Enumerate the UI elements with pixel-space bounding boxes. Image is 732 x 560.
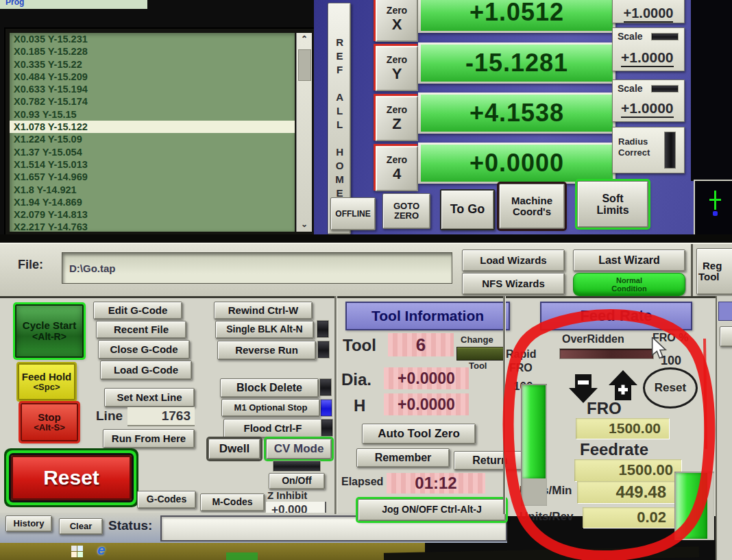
windows-start-icon[interactable]	[71, 546, 83, 557]
partial-window-title: Prog	[5, 0, 24, 7]
edit-gcode-button[interactable]: Edit G-Code	[93, 302, 182, 319]
elapsed-value: 01:12	[415, 474, 456, 493]
toolpath-window[interactable]	[694, 180, 732, 239]
history-button[interactable]: History	[5, 515, 52, 532]
dro-x[interactable]: +1.0512	[418, 0, 615, 33]
gcode-list[interactable]: X0.035 Y-15.231X0.185 Y-15.228X0.335 Y-1…	[10, 33, 295, 232]
load-gcode-button[interactable]: Load G-Code	[100, 361, 192, 380]
feed-hold-button[interactable]: Feed Hold <Spc>	[18, 363, 75, 400]
zero-4-button[interactable]: Zero4	[374, 144, 417, 191]
win-square	[77, 546, 83, 551]
m-codes-button[interactable]: M-Codes	[200, 494, 265, 511]
goto-zero-line2: ZERO	[394, 211, 419, 221]
scroll-down-icon[interactable]: ⌄	[297, 218, 312, 230]
regen-toolpath-button-partial[interactable]: Reg Tool	[696, 248, 732, 295]
recent-file-button[interactable]: Recent File	[96, 321, 186, 339]
gcode-scrollbar[interactable]: ⌃ ⌄	[296, 33, 312, 232]
units-min-field[interactable]: 449.48	[577, 481, 674, 503]
cycle-start-button[interactable]: Cycle Start <Alt-R>	[15, 304, 84, 358]
fro-slider-fill[interactable]	[522, 385, 546, 478]
radius-correct-button[interactable]: Radius Correct	[612, 127, 685, 173]
scale-x-field[interactable]: +1.0000	[612, 0, 685, 23]
single-blk-button[interactable]: Single BLK Alt-N	[215, 321, 314, 339]
line-number-field[interactable]: 1763	[127, 407, 195, 426]
dro-4[interactable]: +0.0000	[418, 143, 615, 184]
zero-word: Zero	[387, 54, 407, 65]
gcode-line: X2.079 Y-14.813	[10, 208, 295, 221]
change-tool-button[interactable]	[456, 347, 504, 361]
rewind-button[interactable]: Rewind Ctrl-W	[214, 302, 313, 319]
jog-onoff-button[interactable]: Jog ON/OFF Ctrl-Alt-J	[358, 499, 506, 521]
goto-zero-button[interactable]: GOTO ZERO	[382, 193, 430, 229]
units-rev-field[interactable]: 0.02	[583, 507, 674, 528]
gcode-line: X0.782 Y-15.174	[10, 95, 295, 108]
axis-letter: Y	[392, 65, 402, 83]
set-next-line-button[interactable]: Set Next Line	[104, 388, 195, 407]
set-next-line-label: Set Next Line	[117, 392, 182, 403]
units-rev-label: Units/Rev	[520, 510, 573, 524]
close-gcode-button[interactable]: Close G-Code	[98, 340, 190, 359]
scroll-up-icon[interactable]: ⌃	[297, 33, 312, 45]
right-column-button-partial[interactable]	[720, 326, 732, 347]
nfs-wizards-button[interactable]: NFS Wizards	[462, 273, 565, 295]
reverse-run-button[interactable]: Reverse Run	[217, 341, 316, 360]
gcode-line: X1.514 Y-15.013	[10, 158, 295, 171]
line-number-value: 1763	[162, 409, 195, 424]
scale-z-field[interactable]: Scale +1.0000	[612, 80, 685, 122]
axis-letter: 4	[393, 165, 401, 183]
offline-button[interactable]: OFFLINE	[330, 197, 376, 230]
file-path-value: D:\Go.tap	[62, 263, 116, 274]
scale-y-field[interactable]: Scale +1.0000	[612, 27, 685, 71]
flood-button[interactable]: Flood Ctrl-F	[223, 419, 322, 438]
fro-reset-button[interactable]: Reset	[643, 367, 698, 409]
scale-label: Scale	[618, 83, 643, 94]
tool-number-field[interactable]: 6	[388, 333, 454, 356]
dwell-button[interactable]: Dwell	[208, 439, 260, 459]
tool-number-value: 6	[416, 334, 426, 356]
h-value: +0.0000	[398, 395, 455, 414]
gcode-line: X1.8 Y-14.921	[10, 184, 295, 196]
reverse-run-label: Reverse Run	[235, 345, 298, 356]
fro-field[interactable]: 1500.00	[576, 418, 669, 439]
dro-z[interactable]: +4.1538	[418, 93, 615, 134]
last-wizard-button[interactable]: Last Wizard	[573, 249, 685, 271]
taskbar-item-partial[interactable]	[226, 552, 258, 560]
ie-icon[interactable]: e	[97, 541, 106, 558]
soft-limits-button[interactable]: Soft Limits	[577, 181, 648, 228]
remember-button[interactable]: Remember	[356, 448, 450, 467]
to-go-button[interactable]: To Go	[440, 189, 495, 230]
reset-button[interactable]: Reset	[11, 455, 132, 500]
taskbar-edge-wedge	[384, 546, 699, 560]
clear-button[interactable]: Clear	[59, 518, 103, 535]
gcode-line: X2.217 Y-14.763	[10, 221, 295, 232]
zero-x-button[interactable]: ZeroX	[374, 0, 417, 41]
auto-tool-zero-button[interactable]: Auto Tool Zero	[362, 424, 476, 444]
fro-increase-button[interactable]	[607, 369, 639, 402]
h-field[interactable]: +0.0000	[384, 393, 469, 415]
m1-optional-stop-led	[320, 399, 332, 417]
radius-correct-led	[664, 132, 676, 169]
feedrate-field[interactable]: 1500.00	[574, 459, 681, 481]
gcode-line: X0.335 Y-15.22	[10, 58, 295, 71]
block-delete-button[interactable]: Block Delete	[220, 378, 319, 398]
dia-field[interactable]: +0.0000	[384, 367, 469, 389]
last-wizard-label: Last Wizard	[598, 254, 660, 266]
windows-taskbar-partial: e	[0, 543, 425, 560]
onoff-button[interactable]: On/Off	[269, 473, 325, 489]
scrollbar-thumb[interactable]	[298, 49, 311, 81]
normal-condition-indicator[interactable]: Normal Condition	[573, 273, 685, 296]
machine-coords-button[interactable]: Machine Coord's	[499, 184, 565, 229]
stop-button[interactable]: Stop <Alt-S>	[21, 403, 78, 441]
dro-y[interactable]: -15.1281	[418, 42, 615, 84]
regen-line2: Tool	[697, 271, 720, 282]
load-wizards-button[interactable]: Load Wizards	[462, 249, 565, 271]
cv-mode-button[interactable]: CV Mode	[266, 439, 332, 459]
return-button[interactable]: Return	[454, 451, 526, 470]
zero-z-button[interactable]: ZeroZ	[374, 94, 417, 141]
rapid-slider-fill[interactable]	[676, 473, 707, 539]
file-path-field[interactable]: D:\Go.tap	[62, 252, 452, 284]
m1-optional-stop-button[interactable]: M1 Optional Stop	[221, 399, 320, 417]
zero-y-button[interactable]: ZeroY	[374, 44, 417, 90]
run-from-here-button[interactable]: Run From Here	[103, 429, 195, 448]
g-codes-button[interactable]: G-Codes	[137, 491, 196, 509]
